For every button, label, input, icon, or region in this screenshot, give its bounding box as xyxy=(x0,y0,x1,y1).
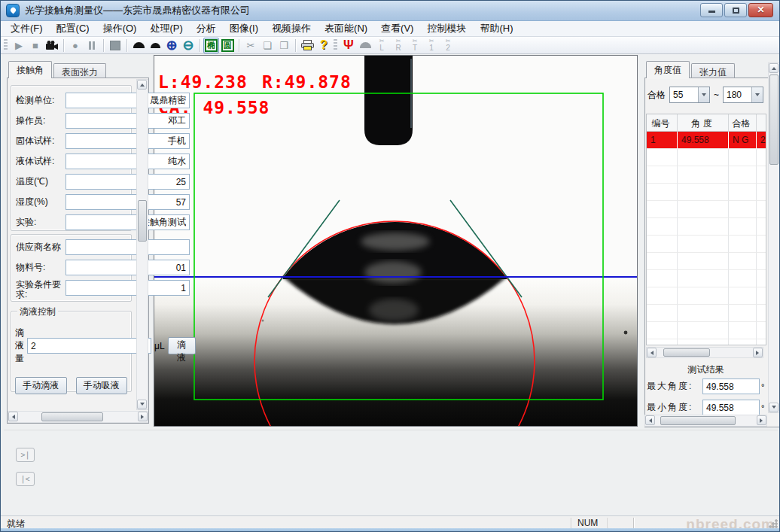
menu-config[interactable]: 配置(C) xyxy=(50,20,96,37)
cut-1-icon[interactable]: ✂1 xyxy=(423,38,440,53)
toolbar-grip[interactable] xyxy=(4,39,8,51)
menu-control-module[interactable]: 控制模块 xyxy=(420,20,473,37)
empty-row xyxy=(647,322,766,339)
cut-right-icon[interactable]: ✂R xyxy=(390,38,407,53)
max-angle-field[interactable] xyxy=(702,378,760,394)
circle-fit-button[interactable]: 圆 xyxy=(219,38,236,53)
menu-surface-energy[interactable]: 表面能(N) xyxy=(318,20,374,37)
left-panel-hscrollbar[interactable] xyxy=(8,411,148,423)
manual-drip-button[interactable]: 手动滴液 xyxy=(15,377,67,394)
step-back-button[interactable]: |< xyxy=(16,472,35,486)
camera-view: L:49.238 R:49.878 CA: 49.558 xyxy=(154,55,638,427)
min-angle-field[interactable] xyxy=(702,400,760,415)
pause-icon[interactable] xyxy=(84,38,100,53)
camera-icon[interactable] xyxy=(44,38,60,53)
material-no-field[interactable] xyxy=(66,260,190,275)
hscroll-thumb[interactable] xyxy=(660,416,736,425)
stop-icon[interactable]: ■ xyxy=(27,38,44,53)
table-row[interactable]: 1 49.558 N G 2 xyxy=(647,132,766,149)
ellipse-fit-button[interactable]: 椭 xyxy=(203,38,219,53)
menu-file[interactable]: 文件(F) xyxy=(4,20,50,37)
scroll-left-arrow[interactable] xyxy=(647,348,657,357)
operator-field[interactable] xyxy=(66,113,190,129)
scroll-up-arrow[interactable] xyxy=(769,63,778,73)
scroll-down-arrow[interactable] xyxy=(769,403,778,412)
left-panel: 接触角 表面张力 检测单位: 操作员: 固体试样: 液体试样: 温度(℃) 湿度… xyxy=(7,61,149,424)
hscroll-thumb[interactable] xyxy=(663,348,710,357)
cut-icon[interactable]: ✂ xyxy=(242,38,259,53)
scroll-right-arrow[interactable] xyxy=(138,412,148,421)
record-icon[interactable]: ● xyxy=(67,38,84,53)
qualified-min-combo[interactable]: 55 xyxy=(669,87,710,103)
region-select-icon[interactable] xyxy=(107,38,123,53)
hscroll-thumb[interactable] xyxy=(41,412,103,421)
scroll-left-arrow[interactable] xyxy=(8,412,18,421)
drip-volume-input[interactable] xyxy=(27,338,151,354)
dispense-icon[interactable]: Ψ xyxy=(340,38,357,53)
field-label-solid: 固体试样: xyxy=(16,135,66,147)
step-forward-button[interactable]: >| xyxy=(16,448,35,462)
cut-2-icon[interactable]: ✂2 xyxy=(440,38,456,53)
combo-dropdown-icon[interactable] xyxy=(698,87,709,102)
tab-angle-values[interactable]: 角度值 xyxy=(646,61,690,78)
drip-volume-label: 滴液量 xyxy=(15,327,24,365)
play-icon[interactable]: ▶ xyxy=(11,38,27,53)
crosshair-circle-icon[interactable]: ⊕ xyxy=(163,38,180,53)
manual-suck-button[interactable]: 手动吸液 xyxy=(76,377,128,394)
qualified-max-combo[interactable]: 180 xyxy=(723,87,763,103)
scroll-down-arrow[interactable] xyxy=(137,400,147,409)
scroll-right-arrow[interactable] xyxy=(753,348,763,357)
menu-view[interactable]: 查看(V) xyxy=(374,20,420,37)
minus-circle-icon[interactable]: ⊖ xyxy=(180,38,197,53)
tab-surface-tension[interactable]: 表面张力 xyxy=(53,63,106,78)
left-panel-vscrollbar[interactable] xyxy=(136,79,148,410)
tab-contact-angle[interactable]: 接触角 xyxy=(8,61,52,78)
vscroll-thumb[interactable] xyxy=(138,200,147,242)
temperature-field[interactable] xyxy=(66,174,190,190)
condition-field[interactable] xyxy=(66,280,190,296)
right-panel-vscrollbar[interactable] xyxy=(768,62,780,413)
max-angle-label: 最大角度: xyxy=(647,380,702,393)
right-panel-hscrollbar[interactable] xyxy=(644,415,767,427)
detect-unit-field[interactable] xyxy=(66,93,190,108)
cut-top-icon[interactable]: ✂T xyxy=(407,38,423,53)
empty-row xyxy=(647,166,766,184)
supplier-field[interactable] xyxy=(66,239,190,255)
scroll-right-arrow[interactable] xyxy=(757,415,766,425)
experiment-field[interactable] xyxy=(66,214,190,230)
tab-tension-values[interactable]: 张力值 xyxy=(691,63,735,78)
toolbar-grip-2[interactable] xyxy=(334,39,337,51)
scroll-up-arrow[interactable] xyxy=(137,80,147,90)
menu-image[interactable]: 图像(I) xyxy=(223,20,265,37)
min-angle-label: 最小角度: xyxy=(647,401,702,414)
menu-video[interactable]: 视频操作 xyxy=(265,20,318,37)
close-button[interactable]: ✕ xyxy=(748,3,773,17)
vscroll-thumb[interactable] xyxy=(769,74,778,165)
humidity-field[interactable] xyxy=(66,194,190,210)
solid-sample-field[interactable] xyxy=(66,133,190,149)
dome-gray-icon[interactable] xyxy=(357,38,373,53)
table-hscrollbar[interactable] xyxy=(646,347,763,358)
liquid-sample-field[interactable] xyxy=(66,154,190,169)
menu-analyze[interactable]: 分析 xyxy=(190,20,223,37)
copy-icon[interactable]: ❏ xyxy=(259,38,276,53)
paste-icon[interactable]: ❒ xyxy=(276,38,292,53)
empty-row xyxy=(647,270,766,287)
scroll-left-arrow[interactable] xyxy=(645,415,655,425)
restore-button[interactable] xyxy=(724,3,747,17)
menu-process[interactable]: 处理(P) xyxy=(143,20,189,37)
right-panel: 角度值 张力值 合格 55 ~ 180 编号 角 度 合格 测 xyxy=(644,61,780,427)
help-icon[interactable]: ? xyxy=(315,38,332,53)
menu-help[interactable]: 帮助(H) xyxy=(473,20,519,37)
print-icon[interactable] xyxy=(299,38,315,53)
drip-button[interactable]: 滴液 xyxy=(168,337,196,354)
resize-grip[interactable] xyxy=(769,519,778,528)
dome-small-icon[interactable] xyxy=(147,38,163,53)
dome-large-icon[interactable] xyxy=(130,38,147,53)
cut-left-icon[interactable]: ✂L xyxy=(373,38,390,53)
sample-info-group: 检测单位: 操作员: 固体试样: 液体试样: 温度(℃) 湿度(%) 实验: xyxy=(11,85,132,231)
menu-operate[interactable]: 操作(O) xyxy=(96,20,144,37)
field-label-experiment: 实验: xyxy=(16,216,66,229)
combo-dropdown-icon-2[interactable] xyxy=(751,87,763,102)
minimize-button[interactable] xyxy=(700,3,723,17)
